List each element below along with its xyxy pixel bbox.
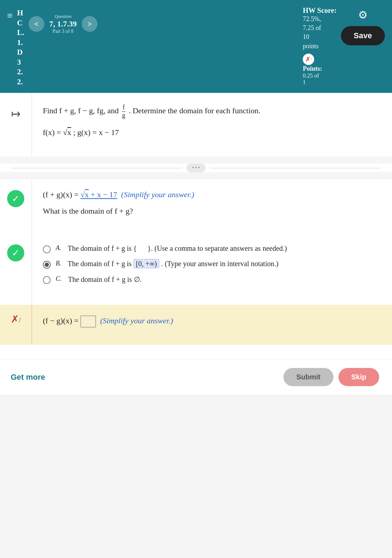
divider-right <box>210 168 381 168</box>
skip-button[interactable]: Skip <box>338 368 379 386</box>
option-A-label: A. <box>56 244 61 252</box>
option-C[interactable]: C. The domain of f + g is ∅. <box>43 275 379 284</box>
question-title: 7, 1.7.39 <box>49 19 77 29</box>
left-bar-2: ✓ <box>0 179 32 234</box>
question-label: Question <box>49 14 77 19</box>
score-points: points <box>303 43 318 50</box>
interval-value: [0, +∞) <box>134 259 160 268</box>
settings-button[interactable]: ⚙ <box>358 9 368 21</box>
score-percent: 72.5%, <box>303 15 321 23</box>
fg-plus-answer: (f + g)(x) = √x + x − 17 (Simplify your … <box>43 190 379 199</box>
score-section: HW Score: 72.5%, 7.25 of 10 points ✗/ Po… <box>303 6 336 85</box>
option-B-text: The domain of f + g is [0, +∞) . (Type y… <box>68 260 278 268</box>
option-A[interactable]: A. The domain of f + g is { }. (Use a co… <box>43 244 379 253</box>
header: ≡ HCL.1.D32.2. < Question 7, 1.7.39 Part… <box>0 0 392 93</box>
divider-row: • • • <box>11 164 381 172</box>
divider-dots: • • • <box>186 164 206 172</box>
radio-C[interactable] <box>43 276 51 284</box>
divider-left <box>11 168 182 168</box>
submit-button[interactable]: Submit <box>283 368 333 386</box>
header-actions: ⚙ Save <box>341 9 385 45</box>
prev-question-button[interactable]: < <box>29 16 44 32</box>
score-label: HW Score: <box>303 6 336 15</box>
right-arrow-icon: ↦ <box>11 107 21 121</box>
check-icon-1: ✓ <box>7 190 24 207</box>
partial-icon: ✗/ <box>11 313 21 325</box>
question-nav: < Question 7, 1.7.39 Part 3 of 8 > <box>29 14 97 34</box>
check-icon-2: ✓ <box>7 244 24 261</box>
points-value: 0.25 of 1 <box>303 73 336 85</box>
simplify-note-1: (Simplify your answer.) <box>121 190 194 199</box>
left-bar-3: ✓ <box>0 234 32 305</box>
content-row-3: ✓ A. The domain of f + g is { }. (Use a … <box>0 234 392 305</box>
question-info: Question 7, 1.7.39 Part 3 of 8 <box>49 14 77 34</box>
get-more-button[interactable]: Get more <box>11 373 45 382</box>
fraction-f-over-g: f g <box>121 104 126 119</box>
radio-B[interactable] <box>43 261 51 269</box>
fg-minus-input[interactable] <box>80 315 96 328</box>
fg-minus-row: (f − g)(x) = (Simplify your answer.) <box>43 315 379 328</box>
option-B[interactable]: B. The domain of f + g is [0, +∞) . (Typ… <box>43 260 379 269</box>
points-section: ✗/ <box>303 54 336 65</box>
option-C-text: The domain of f + g is ∅. <box>68 275 142 284</box>
problem-statement: Find f + g, f − g, fg, and f g . Determi… <box>43 104 379 119</box>
main-content-2: (f + g)(x) = √x + x − 17 (Simplify your … <box>32 179 392 234</box>
score-fraction: 7.25 of <box>303 24 321 31</box>
submit-area: Submit Skip <box>283 368 379 386</box>
simplify-note-2: (Simplify your answer.) <box>100 316 173 325</box>
option-C-label: C. <box>56 275 62 283</box>
menu-icon[interactable]: ≡ <box>7 10 13 21</box>
left-bar-1: ↦ <box>0 93 32 156</box>
option-B-label: B. <box>56 260 61 267</box>
partial-score-icon: ✗/ <box>303 54 314 65</box>
points-label: Points: <box>303 65 336 73</box>
score-value: 72.5%, 7.25 of 10 points <box>303 15 336 51</box>
partial-section: ✗/ (f − g)(x) = (Simplify your answer.) <box>0 305 392 345</box>
partial-left-bar: ✗/ <box>0 305 32 345</box>
option-A-text: The domain of f + g is { }. (Use a comma… <box>68 244 287 253</box>
score-total: 10 <box>303 33 309 40</box>
sidebar-text: HCL.1.D32.2. <box>17 8 24 86</box>
partial-main-content: (f − g)(x) = (Simplify your answer.) <box>32 305 392 345</box>
content-row-1: ↦ Find f + g, f − g, fg, and f g . Deter… <box>0 93 392 156</box>
content-row-2: ✓ (f + g)(x) = √x + x − 17 (Simplify you… <box>0 179 392 234</box>
next-question-button[interactable]: > <box>82 16 97 32</box>
domain-question: What is the domain of f + g? <box>43 206 379 216</box>
question-part: Part 3 of 8 <box>49 29 77 34</box>
functions-display: f(x) = √x ; g(x) = x − 17 <box>43 128 379 137</box>
bottom-section: Get more Submit Skip <box>0 359 392 395</box>
radio-A[interactable] <box>43 245 51 253</box>
save-button[interactable]: Save <box>341 26 385 45</box>
main-content-3: A. The domain of f + g is { }. (Use a co… <box>32 234 392 305</box>
fg-plus-value: √x + x − 17 <box>80 190 117 199</box>
main-content-1: Find f + g, f − g, fg, and f g . Determi… <box>32 93 392 156</box>
radio-options: A. The domain of f + g is { }. (Use a co… <box>43 244 379 284</box>
